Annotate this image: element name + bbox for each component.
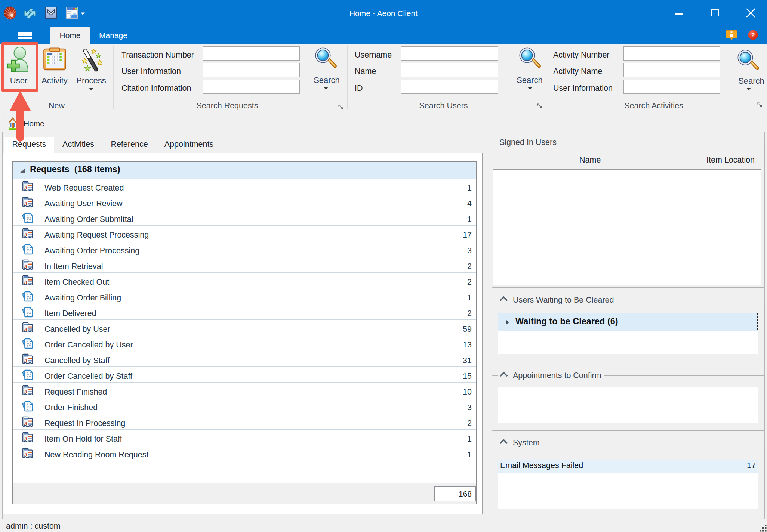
svg-text:?: ?	[751, 32, 755, 39]
